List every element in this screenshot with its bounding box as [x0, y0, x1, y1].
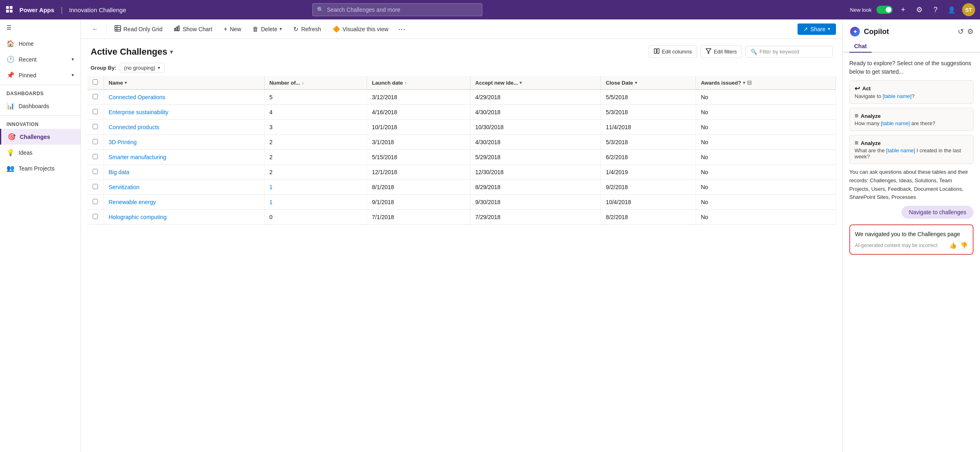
- row-awards: No: [696, 180, 836, 195]
- filter-keyword-input[interactable]: [759, 49, 827, 55]
- copilot-tabs: Chat: [843, 37, 980, 53]
- sidebar-item-dashboards[interactable]: 📊 Dashboards: [0, 98, 81, 114]
- row-checkbox[interactable]: [93, 214, 98, 219]
- navigate-to-challenges-button[interactable]: Navigate to challenges: [902, 206, 974, 219]
- row-name[interactable]: 3D Printing: [104, 135, 264, 150]
- col-name-label: Name: [109, 80, 123, 86]
- row-checkbox[interactable]: [93, 139, 98, 144]
- col-pin-icon[interactable]: ⊟: [747, 79, 752, 86]
- sidebar-item-recent[interactable]: 🕐 Recent ▾: [0, 51, 81, 67]
- row-name[interactable]: Enterprise sustainability: [104, 105, 264, 120]
- col-accept-new[interactable]: Accept new ide... ▾: [470, 76, 601, 90]
- sidebar-item-pinned[interactable]: 📌 Pinned ▾: [0, 67, 81, 83]
- hamburger-menu[interactable]: ☰: [0, 19, 81, 36]
- new-button[interactable]: + New: [219, 23, 246, 35]
- row-name[interactable]: Smarter manufacturing: [104, 150, 264, 165]
- new-look-toggle[interactable]: [876, 6, 893, 14]
- back-icon: ←: [92, 26, 98, 32]
- visualize-button[interactable]: 🔶 Visualize this view: [328, 23, 393, 35]
- row-name[interactable]: Big data: [104, 165, 264, 180]
- settings-icon[interactable]: ⚙: [914, 4, 925, 15]
- more-options-button[interactable]: ⋯: [395, 23, 409, 35]
- col-name[interactable]: Name ▾: [104, 76, 264, 90]
- delete-button[interactable]: 🗑 Delete ▾: [248, 23, 287, 35]
- copilot-suggestion-act[interactable]: ↩ Act Navigate to [table name]?: [849, 80, 974, 104]
- copilot-refresh-icon[interactable]: ↺: [958, 27, 964, 36]
- row-number[interactable]: 1: [264, 180, 367, 195]
- read-only-grid-icon: [115, 25, 121, 33]
- view-title[interactable]: Active Challenges ▾: [91, 47, 173, 57]
- disclaimer-text: AI-generated content may be incorrect: [855, 243, 938, 248]
- search-input[interactable]: [327, 6, 478, 13]
- act-desc-suffix: ?: [912, 93, 914, 99]
- svg-rect-10: [178, 26, 179, 31]
- persona-icon[interactable]: 👤: [946, 4, 957, 15]
- sidebar-item-home[interactable]: 🏠 Home: [0, 36, 81, 51]
- copilot-suggestion-analyze-2[interactable]: ≡ Analyze What are the [table name] I cr…: [849, 135, 974, 164]
- row-checkbox[interactable]: [93, 109, 98, 114]
- copilot-response: We navigated you to the Challenges page …: [849, 224, 974, 255]
- row-name[interactable]: Renewable energy: [104, 195, 264, 210]
- copilot-settings-icon[interactable]: ⚙: [967, 27, 974, 36]
- thumbup-button[interactable]: 👍: [949, 242, 957, 249]
- col-close-date[interactable]: Close Date ▾: [601, 76, 696, 90]
- app-grid-icon[interactable]: [5, 5, 15, 15]
- row-accept-new: 5/29/2018: [470, 150, 601, 165]
- analyze2-link[interactable]: [table name]: [886, 147, 915, 154]
- row-launch-date: 9/1/2018: [367, 195, 470, 210]
- edit-filters-button[interactable]: Edit filters: [700, 45, 742, 58]
- select-all-checkbox[interactable]: [93, 79, 98, 85]
- row-launch-date: 7/1/2018: [367, 210, 470, 225]
- col-checkbox[interactable]: [87, 76, 104, 90]
- group-by-select[interactable]: (no grouping) ▾: [120, 63, 165, 73]
- row-number: 3: [264, 120, 367, 135]
- row-checkbox[interactable]: [93, 94, 98, 99]
- sidebar-item-dashboards-label: Dashboards: [19, 103, 49, 109]
- svg-rect-8: [174, 28, 176, 31]
- copilot-tab-chat[interactable]: Chat: [849, 41, 872, 53]
- table-row: Smarter manufacturing 2 5/15/2018 5/29/2…: [87, 150, 836, 165]
- row-checkbox[interactable]: [93, 169, 98, 174]
- row-name[interactable]: Connected products: [104, 120, 264, 135]
- row-name[interactable]: Servitization: [104, 180, 264, 195]
- show-chart-button[interactable]: Show Chart: [169, 23, 217, 35]
- svg-rect-11: [654, 49, 656, 53]
- plus-icon[interactable]: +: [897, 4, 909, 15]
- svg-rect-4: [115, 26, 121, 31]
- row-name[interactable]: Connected Operations: [104, 90, 264, 105]
- sidebar-item-ideas[interactable]: 💡 Ideas: [0, 145, 81, 160]
- row-accept-new: 12/30/2018: [470, 165, 601, 180]
- dashboards-icon: 📊: [6, 102, 15, 110]
- row-checkbox-cell: [87, 180, 104, 195]
- share-button[interactable]: ↗ Share ▾: [798, 23, 836, 35]
- sug-analyze2-desc: What are the [table name] I created in t…: [855, 147, 968, 160]
- recent-icon: 🕐: [6, 55, 15, 63]
- row-checkbox[interactable]: [93, 184, 98, 189]
- sidebar-item-team-projects[interactable]: 👥 Team Projects: [0, 160, 81, 176]
- read-only-grid-button[interactable]: Read Only Grid: [110, 23, 167, 35]
- row-name[interactable]: Holographic computing: [104, 210, 264, 225]
- row-checkbox[interactable]: [93, 154, 98, 159]
- col-launch-date[interactable]: Launch date ↑: [367, 76, 470, 90]
- avatar[interactable]: ST: [962, 3, 975, 16]
- col-awards[interactable]: Awards issued? ▾ ⊟: [696, 76, 836, 90]
- sidebar-item-challenges[interactable]: 🎯 Challenges: [0, 129, 81, 145]
- thumbdown-button[interactable]: 👎: [960, 242, 968, 249]
- help-icon[interactable]: ?: [930, 4, 941, 15]
- col-number[interactable]: Number of... ↓: [264, 76, 367, 90]
- edit-columns-button[interactable]: Edit columns: [649, 45, 697, 58]
- act-desc-link[interactable]: [table name]: [882, 93, 912, 99]
- row-checkbox[interactable]: [93, 199, 98, 204]
- row-checkbox[interactable]: [93, 124, 98, 129]
- row-number[interactable]: 1: [264, 195, 367, 210]
- analyze1-link[interactable]: [table name]: [881, 120, 910, 126]
- row-awards: No: [696, 150, 836, 165]
- col-number-sort: ↓: [302, 80, 304, 85]
- copilot-suggestion-analyze-1[interactable]: ≡ Analyze How many [table name] are ther…: [849, 108, 974, 131]
- row-number: 4: [264, 105, 367, 120]
- row-awards: No: [696, 105, 836, 120]
- filter-input-container[interactable]: 🔍: [745, 46, 833, 58]
- refresh-button[interactable]: ↻ Refresh: [288, 23, 326, 35]
- search-bar[interactable]: 🔍: [312, 3, 482, 16]
- back-button[interactable]: ←: [87, 23, 103, 35]
